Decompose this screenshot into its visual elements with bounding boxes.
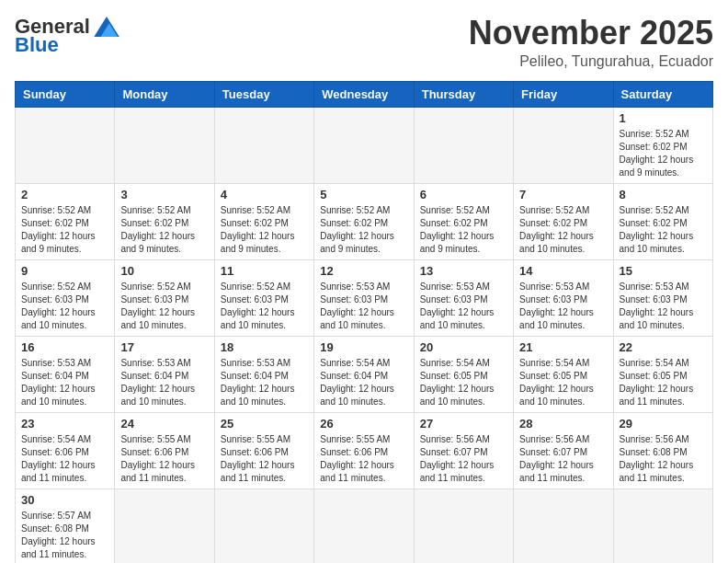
empty-cell [115, 107, 214, 183]
month-title: November 2025 [469, 15, 713, 52]
day-24: 24 Sunrise: 5:55 AMSunset: 6:06 PMDaylig… [115, 412, 214, 488]
day-7: 7 Sunrise: 5:52 AMSunset: 6:02 PMDayligh… [514, 183, 613, 259]
weekday-header-row: Sunday Monday Tuesday Wednesday Thursday… [16, 81, 713, 107]
header-wednesday: Wednesday [314, 81, 414, 107]
empty-cell [214, 107, 313, 183]
day-6: 6 Sunrise: 5:52 AMSunset: 6:02 PMDayligh… [414, 183, 513, 259]
header-monday: Monday [115, 81, 214, 107]
day-8: 8 Sunrise: 5:52 AMSunset: 6:02 PMDayligh… [613, 183, 712, 259]
header-tuesday: Tuesday [214, 81, 313, 107]
day-29: 29 Sunrise: 5:56 AMSunset: 6:08 PMDaylig… [613, 412, 712, 488]
empty-cell [214, 488, 313, 563]
day-23: 23 Sunrise: 5:54 AMSunset: 6:06 PMDaylig… [16, 412, 115, 488]
header-friday: Friday [514, 81, 613, 107]
day-11: 11 Sunrise: 5:52 AMSunset: 6:03 PMDaylig… [214, 259, 313, 336]
logo: General Blue [15, 15, 119, 57]
page-header: General Blue November 2025 Pelileo, Tung… [15, 15, 713, 70]
header-thursday: Thursday [414, 81, 513, 107]
day-18: 18 Sunrise: 5:53 AMSunset: 6:04 PMDaylig… [214, 336, 313, 412]
day-28: 28 Sunrise: 5:56 AMSunset: 6:07 PMDaylig… [514, 412, 613, 488]
logo-blue-text: Blue [15, 33, 59, 57]
day-10: 10 Sunrise: 5:52 AMSunset: 6:03 PMDaylig… [115, 259, 214, 336]
day-27: 27 Sunrise: 5:56 AMSunset: 6:07 PMDaylig… [414, 412, 513, 488]
logo-icon [94, 17, 119, 37]
empty-cell [514, 488, 613, 563]
day-1: 1 Sunrise: 5:52 AMSunset: 6:02 PMDayligh… [613, 107, 712, 183]
day-22: 22 Sunrise: 5:54 AMSunset: 6:05 PMDaylig… [613, 336, 712, 412]
day-2: 2 Sunrise: 5:52 AMSunset: 6:02 PMDayligh… [16, 183, 115, 259]
calendar-table: Sunday Monday Tuesday Wednesday Thursday… [15, 81, 713, 563]
day-25: 25 Sunrise: 5:55 AMSunset: 6:06 PMDaylig… [214, 412, 313, 488]
day-21: 21 Sunrise: 5:54 AMSunset: 6:05 PMDaylig… [514, 336, 613, 412]
empty-cell [414, 488, 513, 563]
day-9: 9 Sunrise: 5:52 AMSunset: 6:03 PMDayligh… [16, 259, 115, 336]
calendar-row-3: 9 Sunrise: 5:52 AMSunset: 6:03 PMDayligh… [16, 259, 713, 336]
day-17: 17 Sunrise: 5:53 AMSunset: 6:04 PMDaylig… [115, 336, 214, 412]
empty-cell [613, 488, 712, 563]
header-sunday: Sunday [16, 81, 115, 107]
empty-cell [314, 488, 414, 563]
empty-cell [414, 107, 513, 183]
day-13: 13 Sunrise: 5:53 AMSunset: 6:03 PMDaylig… [414, 259, 513, 336]
empty-cell [16, 107, 115, 183]
day-26: 26 Sunrise: 5:55 AMSunset: 6:06 PMDaylig… [314, 412, 414, 488]
day-14: 14 Sunrise: 5:53 AMSunset: 6:03 PMDaylig… [514, 259, 613, 336]
calendar-row-2: 2 Sunrise: 5:52 AMSunset: 6:02 PMDayligh… [16, 183, 713, 259]
empty-cell [115, 488, 214, 563]
day-12: 12 Sunrise: 5:53 AMSunset: 6:03 PMDaylig… [314, 259, 414, 336]
calendar-row-5: 23 Sunrise: 5:54 AMSunset: 6:06 PMDaylig… [16, 412, 713, 488]
calendar-row-1: 1 Sunrise: 5:52 AMSunset: 6:02 PMDayligh… [16, 107, 713, 183]
day-19: 19 Sunrise: 5:54 AMSunset: 6:04 PMDaylig… [314, 336, 414, 412]
day-4: 4 Sunrise: 5:52 AMSunset: 6:02 PMDayligh… [214, 183, 313, 259]
empty-cell [314, 107, 414, 183]
day-16: 16 Sunrise: 5:53 AMSunset: 6:04 PMDaylig… [16, 336, 115, 412]
header-saturday: Saturday [613, 81, 712, 107]
day-20: 20 Sunrise: 5:54 AMSunset: 6:05 PMDaylig… [414, 336, 513, 412]
calendar-title-area: November 2025 Pelileo, Tungurahua, Ecuad… [469, 15, 713, 70]
location-title: Pelileo, Tungurahua, Ecuador [469, 53, 713, 70]
calendar-row-4: 16 Sunrise: 5:53 AMSunset: 6:04 PMDaylig… [16, 336, 713, 412]
calendar-row-6: 30 Sunrise: 5:57 AMSunset: 6:08 PMDaylig… [16, 488, 713, 563]
day-3: 3 Sunrise: 5:52 AMSunset: 6:02 PMDayligh… [115, 183, 214, 259]
day-15: 15 Sunrise: 5:53 AMSunset: 6:03 PMDaylig… [613, 259, 712, 336]
empty-cell [514, 107, 613, 183]
day-30: 30 Sunrise: 5:57 AMSunset: 6:08 PMDaylig… [16, 488, 115, 563]
day-5: 5 Sunrise: 5:52 AMSunset: 6:02 PMDayligh… [314, 183, 414, 259]
